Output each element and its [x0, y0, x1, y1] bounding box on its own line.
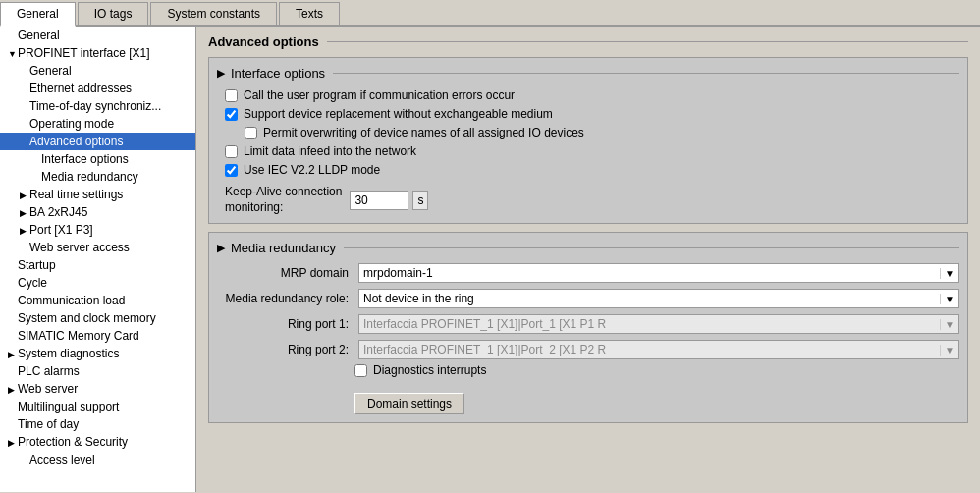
sidebar-label: General	[18, 28, 60, 42]
tab-io-tags[interactable]: IO tags	[78, 2, 149, 25]
domain-btn-container: Domain settings	[354, 385, 959, 414]
sidebar-label: Operating mode	[29, 117, 114, 131]
media-redundancy-header: ▶ Media redundancy	[217, 241, 959, 255]
media-redundancy-arrow[interactable]: ▶	[217, 242, 225, 254]
media-role-value: Not device in the ring	[363, 292, 474, 305]
tab-texts[interactable]: Texts	[279, 2, 340, 25]
keepalive-input[interactable]	[350, 191, 408, 210]
checkbox-row-4: Use IEC V2.2 LLDP mode	[225, 163, 959, 177]
sidebar-label: SIMATIC Memory Card	[18, 329, 139, 343]
checkbox-row-1: Support device replacement without excha…	[225, 107, 959, 121]
ring-port1-arrow-icon: ▼	[940, 319, 954, 330]
sidebar-item-profinet-interface-x1-[interactable]: ▼PROFINET interface [X1]	[0, 44, 195, 62]
sidebar-item-multilingual-support[interactable]: Multilingual support	[0, 398, 195, 415]
checkbox-label-2: Permit overwriting of device names of al…	[263, 126, 584, 139]
sidebar-label: Multilingual support	[18, 400, 119, 413]
tab-system-constants[interactable]: System constants	[150, 2, 277, 25]
checkbox-label-3: Limit data infeed into the network	[244, 144, 416, 158]
sidebar-item-protection-security[interactable]: ▶Protection & Security	[0, 433, 195, 451]
diagnostics-row: Diagnostics interrupts	[354, 363, 959, 377]
sidebar-label: PROFINET interface [X1]	[18, 46, 150, 60]
media-redundancy-section: ▶ Media redundancy MRP domain mrpdomain-…	[208, 232, 968, 423]
sidebar-label: Web server	[18, 382, 78, 396]
ring-port1-label: Ring port 1:	[217, 317, 354, 331]
mrp-domain-dropdown[interactable]: mrpdomain-1 ▼	[358, 263, 959, 283]
sidebar-label: Access level	[29, 453, 95, 466]
ring-port2-row: Interfaccia PROFINET_1 [X1]|Port_2 [X1 P…	[358, 340, 959, 359]
media-role-arrow-icon: ▼	[940, 294, 954, 304]
sidebar-label: System diagnostics	[18, 347, 119, 360]
sidebar-item-simatic-memory-card[interactable]: SIMATIC Memory Card	[0, 327, 195, 345]
ring-port1-dropdown[interactable]: Interfaccia PROFINET_1 [X1]|Port_1 [X1 P…	[358, 314, 959, 334]
checkbox-row-0: Call the user program if communication e…	[225, 88, 959, 102]
ring-port2-arrow-icon: ▼	[940, 345, 954, 356]
sidebar-item-real-time-settings[interactable]: ▶Real time settings	[0, 186, 195, 203]
checkbox-2[interactable]	[245, 127, 257, 139]
sidebar-label: PLC alarms	[18, 364, 80, 378]
sidebar-item-port-x1-p3-[interactable]: ▶Port [X1 P3]	[0, 221, 195, 239]
content-area: Advanced options ▶ Interface options Cal…	[196, 27, 980, 492]
sidebar-item-time-of-day[interactable]: Time of day	[0, 415, 195, 433]
diagnostics-checkbox[interactable]	[354, 364, 367, 377]
media-role-row: Not device in the ring ▼	[358, 289, 959, 308]
ring-port1-value: Interfaccia PROFINET_1 [X1]|Port_1 [X1 P…	[363, 317, 606, 331]
domain-settings-button[interactable]: Domain settings	[354, 393, 464, 414]
sidebar-item-system-and-clock-memory[interactable]: System and clock memory	[0, 309, 195, 327]
checkbox-3[interactable]	[225, 145, 238, 158]
sidebar-item-advanced-options[interactable]: Advanced options	[0, 133, 195, 150]
sidebar-item-system-diagnostics[interactable]: ▶System diagnostics	[0, 345, 195, 362]
sidebar-item-general[interactable]: General	[0, 27, 195, 44]
sidebar-label: Web server access	[29, 241, 130, 254]
ring-port2-dropdown[interactable]: Interfaccia PROFINET_1 [X1]|Port_2 [X1 P…	[358, 340, 959, 359]
sidebar-label: Real time settings	[29, 188, 123, 201]
tab-general[interactable]: General	[0, 2, 76, 27]
tabs-bar: GeneralIO tagsSystem constantsTexts	[0, 0, 980, 27]
sidebar-arrow: ▶	[8, 438, 18, 448]
sidebar-item-general[interactable]: General	[0, 62, 195, 80]
sidebar-label: Protection & Security	[18, 435, 128, 449]
sidebar-item-web-server-access[interactable]: Web server access	[0, 239, 195, 256]
sidebar-item-web-server[interactable]: ▶Web server	[0, 380, 195, 398]
sidebar-item-time-of-day-synchroniz-[interactable]: Time-of-day synchroniz...	[0, 97, 195, 115]
sidebar-label: Advanced options	[29, 135, 123, 148]
sidebar-label: Media redundancy	[41, 170, 138, 184]
interface-options-arrow[interactable]: ▶	[217, 67, 225, 80]
sidebar-item-ba-2xrj45[interactable]: ▶BA 2xRJ45	[0, 203, 195, 221]
sidebar-label: BA 2xRJ45	[29, 205, 87, 219]
keepalive-label: Keep-Alive connection monitoring:	[225, 185, 342, 215]
sidebar-label: Cycle	[18, 276, 47, 290]
sidebar-item-plc-alarms[interactable]: PLC alarms	[0, 362, 195, 380]
main-layout: General▼PROFINET interface [X1]GeneralEt…	[0, 27, 980, 492]
sidebar-item-interface-options[interactable]: Interface options	[0, 150, 195, 168]
checkbox-1[interactable]	[225, 108, 238, 121]
sidebar-item-communication-load[interactable]: Communication load	[0, 292, 195, 309]
advanced-options-title: Advanced options	[208, 34, 968, 49]
interface-options-section: ▶ Interface options Call the user progra…	[208, 57, 968, 224]
checkbox-0[interactable]	[225, 89, 238, 102]
mrp-domain-arrow-icon: ▼	[940, 268, 954, 279]
interface-options-title: Interface options	[231, 66, 325, 81]
checkbox-label-1: Support device replacement without excha…	[244, 107, 553, 121]
sidebar-item-cycle[interactable]: Cycle	[0, 274, 195, 292]
sidebar-item-operating-mode[interactable]: Operating mode	[0, 115, 195, 133]
ring-port2-value: Interfaccia PROFINET_1 [X1]|Port_2 [X1 P…	[363, 343, 606, 356]
checkbox-row-2: Permit overwriting of device names of al…	[245, 126, 959, 139]
diagnostics-label: Diagnostics interrupts	[373, 363, 486, 377]
sidebar-arrow: ▶	[8, 350, 18, 359]
media-role-dropdown[interactable]: Not device in the ring ▼	[358, 289, 959, 308]
sidebar-item-ethernet-addresses[interactable]: Ethernet addresses	[0, 80, 195, 97]
sidebar-item-access-level[interactable]: Access level	[0, 451, 195, 468]
keepalive-unit: s	[412, 191, 428, 210]
mrp-domain-row: mrpdomain-1 ▼	[358, 263, 959, 283]
sidebar-item-startup[interactable]: Startup	[0, 256, 195, 274]
keepalive-row: Keep-Alive connection monitoring: s	[225, 185, 959, 215]
sidebar-label: Startup	[18, 258, 56, 272]
sidebar-arrow: ▶	[20, 191, 29, 200]
mrp-domain-label: MRP domain	[217, 266, 354, 280]
sidebar-label: Port [X1 P3]	[29, 223, 93, 237]
sidebar-arrow: ▶	[20, 226, 29, 236]
checkbox-label-4: Use IEC V2.2 LLDP mode	[244, 163, 380, 177]
sidebar-item-media-redundancy[interactable]: Media redundancy	[0, 168, 195, 186]
checkbox-4[interactable]	[225, 164, 238, 177]
media-role-label: Media redundancy role:	[217, 292, 354, 305]
